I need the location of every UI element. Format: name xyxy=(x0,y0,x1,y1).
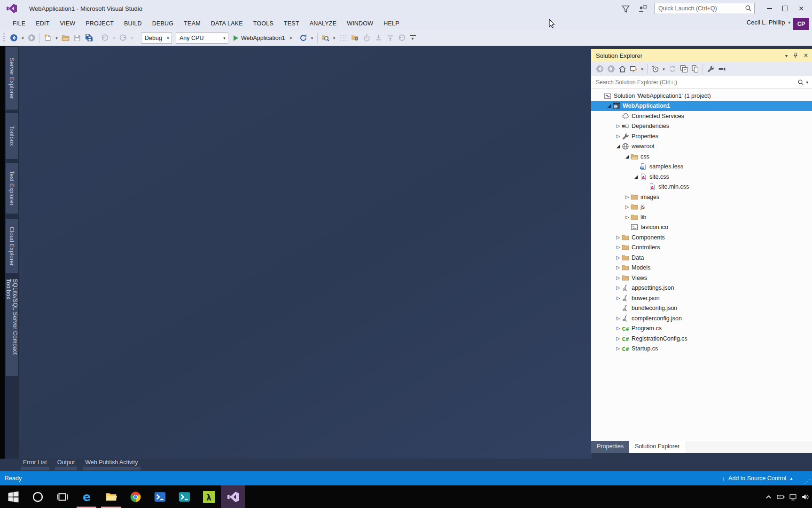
se-home-button[interactable] xyxy=(617,64,628,75)
close-button[interactable]: ✕ xyxy=(793,2,809,15)
run-target-caret-icon[interactable]: ▾ xyxy=(288,36,294,40)
expander-collapsed-icon[interactable]: ▷ xyxy=(615,336,622,341)
menu-edit[interactable]: EDIT xyxy=(31,18,55,29)
expander-collapsed-icon[interactable]: ▷ xyxy=(615,286,622,290)
tree-item-appsettings-json[interactable]: ▷appsettings.json xyxy=(591,283,812,294)
taskbar-microsoft-edge[interactable] xyxy=(74,485,99,508)
taskbar-cortana-search[interactable] xyxy=(25,485,50,508)
tree-item-components[interactable]: ▷Components xyxy=(591,232,812,243)
tree-item-bower-json[interactable]: ▷bower.json xyxy=(591,293,812,303)
dock-tab-output[interactable]: Output xyxy=(55,459,78,471)
send-feedback-icon[interactable] xyxy=(638,4,648,13)
tree-item-properties[interactable]: ▷Properties xyxy=(591,131,812,142)
tree-item-registrationconfig-cs[interactable]: ▷RegistrationConfig.cs xyxy=(591,333,812,344)
menu-test[interactable]: TEST xyxy=(279,18,304,29)
expander-collapsed-icon[interactable]: ▷ xyxy=(615,235,622,240)
toolbar-options[interactable]: ▾ xyxy=(410,35,416,41)
se-show-all-files-button[interactable] xyxy=(689,64,701,75)
expander-expanded-icon[interactable]: ◢ xyxy=(624,154,631,159)
tree-item-connected-services[interactable]: Connected Services xyxy=(591,111,812,121)
sidebar-tab-test-explorer[interactable]: Test Explorer xyxy=(6,163,18,214)
start-debugging-button[interactable]: WebApplication1▾ xyxy=(230,35,297,41)
expander-collapsed-icon[interactable]: ▷ xyxy=(615,346,622,351)
close-panel-icon[interactable]: ✕ xyxy=(804,52,808,59)
expander-expanded-icon[interactable]: ◢ xyxy=(632,175,640,179)
tree-item-samples-less[interactable]: samples.less xyxy=(591,162,812,172)
menu-analyze[interactable]: ANALYZE xyxy=(304,18,342,29)
solution-explorer-search-input[interactable] xyxy=(595,79,797,86)
expander-collapsed-icon[interactable]: ▷ xyxy=(615,265,622,270)
taskbar-start-button[interactable] xyxy=(1,485,25,508)
maximize-button[interactable] xyxy=(777,2,793,15)
tree-item-dependencies[interactable]: ▷Dependencies xyxy=(591,121,812,132)
se-switch-views-menu[interactable]: ▾ xyxy=(639,67,645,71)
se-collapse-all-button[interactable] xyxy=(678,64,689,75)
solution-configurations[interactable]: Debug▾ xyxy=(141,32,172,44)
tray-network-status[interactable] xyxy=(789,492,797,501)
se-pending-changes-filter-button[interactable] xyxy=(649,64,661,75)
toolbar-grip[interactable] xyxy=(3,33,5,43)
refresh-menu[interactable]: ▾ xyxy=(309,36,315,40)
tree-item-data[interactable]: ▷Data xyxy=(591,253,812,263)
dock-tab-error-list[interactable]: Error List xyxy=(21,459,49,471)
pin-icon[interactable] xyxy=(792,52,799,59)
menu-debug[interactable]: DEBUG xyxy=(147,18,179,29)
redo-menu[interactable]: ▾ xyxy=(129,36,135,40)
menu-file[interactable]: FILE xyxy=(8,18,31,29)
taskbar-google-chrome[interactable] xyxy=(123,485,148,508)
tree-item-images[interactable]: ▷images xyxy=(591,192,812,202)
sidebar-tab-sqlite-sql-server-compact-toolbox[interactable]: SQLite/SQL Server Compact Toolbox xyxy=(6,279,18,376)
dock-tab-web-publish-activity[interactable]: Web Publish Activity xyxy=(83,459,140,471)
menu-team[interactable]: TEAM xyxy=(179,18,206,29)
taskbar-task-view[interactable] xyxy=(50,485,74,508)
save-all-button[interactable] xyxy=(83,32,95,44)
sidebar-tab-server-explorer[interactable]: Server Explorer xyxy=(6,47,18,110)
expander-expanded-icon[interactable]: ◢ xyxy=(615,144,622,149)
undo-menu[interactable]: ▾ xyxy=(111,36,117,40)
menu-help[interactable]: HELP xyxy=(378,18,404,29)
web-compiler-button[interactable] xyxy=(349,32,361,44)
tray-battery-status[interactable] xyxy=(777,492,785,501)
tree-item-startup-cs[interactable]: ▷Startup.cs xyxy=(591,344,812,354)
navigate-backward-button[interactable] xyxy=(8,32,20,44)
refresh-button[interactable] xyxy=(297,32,309,44)
menu-data-lake[interactable]: DATA LAKE xyxy=(206,18,248,29)
tree-item-css[interactable]: ◢css xyxy=(591,151,812,162)
solution-platforms[interactable]: Any CPU▾ xyxy=(176,32,228,44)
expander-collapsed-icon[interactable]: ▷ xyxy=(615,296,622,301)
menu-build[interactable]: BUILD xyxy=(119,18,147,29)
expander-collapsed-icon[interactable]: ▷ xyxy=(624,195,631,199)
se-preview-selected-items-button[interactable] xyxy=(716,64,727,75)
editor-background[interactable] xyxy=(19,46,592,459)
signed-in-user[interactable]: Cecil L. Phillip ▾ xyxy=(747,19,790,26)
tree-item-views[interactable]: ▷Views xyxy=(591,273,812,283)
expander-collapsed-icon[interactable]: ▷ xyxy=(615,276,622,280)
tree-item-models[interactable]: ▷Models xyxy=(591,263,812,273)
tree-item-controllers[interactable]: ▷Controllers xyxy=(591,243,812,253)
quick-launch-input[interactable] xyxy=(654,3,755,14)
navigate-backward-menu[interactable]: ▾ xyxy=(20,36,26,40)
tree-item-compilerconfig-json[interactable]: ▷compilerconfig.json xyxy=(591,313,812,324)
search-options-caret-icon[interactable]: ▾ xyxy=(806,80,808,85)
menu-tools[interactable]: TOOLS xyxy=(248,18,279,29)
tray-show-hidden-icons[interactable] xyxy=(765,492,773,501)
expander-collapsed-icon[interactable]: ▷ xyxy=(624,205,631,209)
se-switch-views-button[interactable] xyxy=(628,64,639,75)
feedback-filter-icon[interactable] xyxy=(621,4,630,13)
taskbar-powershell-alt[interactable] xyxy=(172,485,196,508)
tree-item-lib[interactable]: ▷lib xyxy=(591,212,812,222)
expander-collapsed-icon[interactable]: ▷ xyxy=(615,255,622,260)
open-file-button[interactable] xyxy=(60,32,71,44)
expander-collapsed-icon[interactable]: ▷ xyxy=(615,245,622,250)
find-in-files-button[interactable] xyxy=(320,32,331,44)
expander-expanded-icon[interactable]: ◢ xyxy=(606,103,613,108)
add-to-source-control-button[interactable]: ↑ Add to Source Control ▲ xyxy=(722,471,793,485)
tree-item-site-css[interactable]: ◢site.css xyxy=(591,172,812,182)
se-pending-changes-filter-menu[interactable]: ▾ xyxy=(661,67,667,71)
sidebar-tab-cloud-explorer[interactable]: Cloud Explorer xyxy=(6,219,18,273)
new-project-button[interactable] xyxy=(42,32,54,44)
resize-grip[interactable]: ⋰ xyxy=(804,477,810,484)
menu-view[interactable]: VIEW xyxy=(55,18,80,29)
tree-item-favicon-ico[interactable]: favicon.ico xyxy=(591,222,812,233)
expander-collapsed-icon[interactable]: ▷ xyxy=(615,316,622,321)
